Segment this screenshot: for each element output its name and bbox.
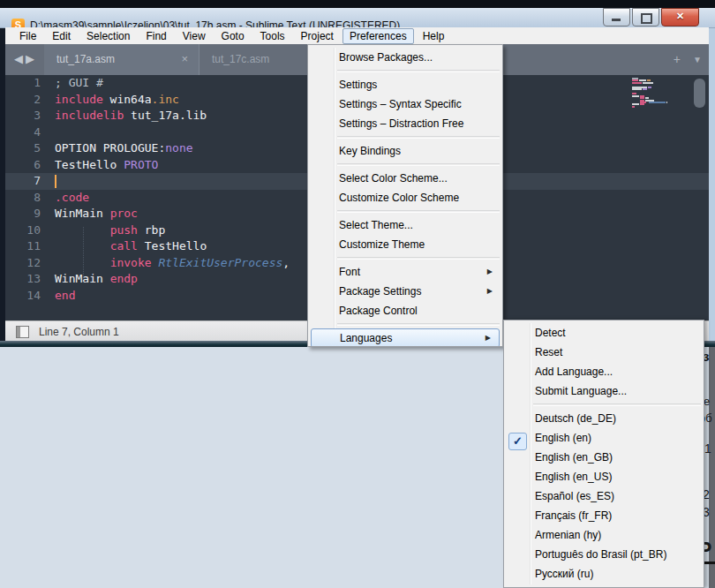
window-top-border — [0, 0, 715, 8]
menu-item-browse-packages[interactable]: Browse Packages... — [310, 48, 500, 67]
menu-item-label: Reset — [535, 346, 562, 358]
menu-item-label: Font — [339, 266, 360, 278]
menu-item-label: Key Bindings — [339, 145, 401, 157]
code-token: TestHello — [55, 158, 124, 171]
menu-item-key-bindings[interactable]: Key Bindings — [310, 141, 500, 161]
menu-item-settings-syntax-specific[interactable]: Settings – Syntax Specific — [310, 94, 500, 114]
code-token: tut_17a.lib — [124, 109, 207, 122]
menu-item-label: Detect — [535, 327, 566, 339]
menubar-item-project[interactable]: Project — [294, 28, 341, 44]
menu-separator — [337, 257, 500, 260]
menu-item-detect[interactable]: Detect — [506, 323, 702, 343]
code-token: PROTO — [124, 158, 158, 171]
menubar-item-goto[interactable]: Goto — [214, 28, 252, 44]
code-token: proc — [110, 207, 138, 220]
maximize-icon — [641, 13, 652, 24]
menubar-item-find[interactable]: Find — [139, 28, 173, 44]
text-cursor — [55, 175, 56, 188]
preferences-menu: Browse Packages...SettingsSettings – Syn… — [307, 44, 503, 347]
back-arrow-icon[interactable]: ◀ — [14, 52, 26, 65]
menu-item-font[interactable]: Font▶ — [310, 262, 500, 282]
menu-item-label: Add Language... — [535, 366, 613, 378]
tab-tut_17a[interactable]: tut_17a.asm × — [44, 44, 199, 75]
menu-item-ru[interactable]: Русский (ru) — [506, 564, 702, 584]
menu-item-settings-distraction-free[interactable]: Settings – Distraction Free — [310, 114, 500, 133]
menu-item-add-language[interactable]: Add Language... — [506, 362, 702, 381]
menu-separator — [337, 70, 500, 72]
line-number: 7 — [5, 173, 55, 190]
code-token: invoke — [110, 256, 152, 269]
new-tab-icon[interactable]: + — [674, 52, 681, 66]
menu-item-select-theme[interactable]: Select Theme... — [310, 215, 500, 235]
menu-item-submit-language[interactable]: Submit Language... — [506, 381, 702, 401]
minimize-button[interactable] — [603, 8, 630, 26]
close-icon: ✕ — [662, 11, 698, 22]
status-panel-icon[interactable] — [16, 326, 29, 338]
menu-item-espa-ol-es-es[interactable]: Español (es_ES) — [506, 486, 702, 506]
menu-item-label: Armenian (hy) — [535, 529, 601, 541]
line-number: 3 — [5, 108, 55, 124]
languages-submenu: DetectResetAdd Language...Submit Languag… — [503, 320, 704, 588]
menubar-item-tools[interactable]: Tools — [253, 28, 292, 44]
menu-item-package-settings[interactable]: Package Settings▶ — [310, 282, 500, 301]
menu-item-svenska-sv-se[interactable]: Svenska (sv_SE) — [506, 584, 702, 588]
menu-item-customize-theme[interactable]: Customize Theme — [310, 235, 500, 254]
tab-history-arrows[interactable]: ◀▶ — [14, 52, 37, 65]
code-token — [55, 223, 110, 237]
menu-item-label: Português do Brasil (pt_BR) — [535, 548, 666, 561]
line-number: 1 — [5, 75, 55, 92]
menubar-item-preferences[interactable]: Preferences — [342, 28, 414, 44]
line-number: 14 — [5, 288, 55, 305]
line-number: 9 — [5, 206, 55, 222]
menubar-item-edit[interactable]: Edit — [45, 28, 78, 44]
tab-close-icon[interactable]: × — [181, 52, 188, 65]
menu-item-armenian-hy[interactable]: Armenian (hy) — [506, 525, 702, 545]
code-token: , — [282, 256, 290, 269]
menu-separator — [337, 210, 500, 213]
forward-arrow-icon[interactable]: ▶ — [26, 52, 37, 65]
line-number: 13 — [5, 271, 55, 288]
close-button[interactable]: ✕ — [661, 8, 699, 26]
code-token — [55, 239, 110, 253]
menu-item-portugu-s-do-brasil-pt-br[interactable]: Português do Brasil (pt_BR) — [506, 545, 702, 564]
line-number: 8 — [5, 190, 55, 207]
menu-item-label: Settings — [339, 79, 377, 91]
tab-tut_17c[interactable]: tut_17c.asm — [199, 44, 298, 75]
submenu-arrow-icon: ▶ — [487, 262, 493, 282]
background-text-fragment: е — [704, 395, 710, 408]
code-token: rbp — [138, 223, 165, 237]
menu-item-label: Select Color Scheme... — [339, 172, 448, 185]
code-token: RtlExitUserProcess — [158, 256, 282, 269]
submenu-arrow-icon: ▶ — [485, 329, 491, 347]
tab-overflow-icon[interactable]: ▼ — [693, 55, 702, 64]
menu-item-languages[interactable]: Languages▶ — [311, 328, 500, 347]
menu-item-fran-ais-fr-fr[interactable]: Français (fr_FR) — [506, 506, 702, 525]
menubar-item-selection[interactable]: Selection — [79, 28, 137, 44]
menu-item-package-control[interactable]: Package Control — [310, 301, 500, 320]
caret-position: Line 7, Column 1 — [39, 326, 119, 338]
menu-item-english-en-us[interactable]: English (en_US) — [506, 467, 702, 486]
menu-bar: FileEditSelectionFindViewGotoToolsProjec… — [5, 27, 709, 44]
submenu-arrow-icon: ▶ — [487, 282, 493, 301]
menu-item-label: English (en_GB) — [535, 451, 613, 464]
menu-item-deutsch-de-de[interactable]: Deutsch (de_DE) — [506, 409, 702, 428]
menu-item-customize-color-scheme[interactable]: Customize Color Scheme — [310, 188, 500, 207]
menu-item-settings[interactable]: Settings — [310, 75, 500, 94]
maximize-button[interactable] — [632, 8, 659, 26]
menu-item-label: English (en_US) — [535, 471, 612, 483]
menu-item-label: Package Settings — [339, 285, 421, 298]
menu-item-label: Submit Language... — [535, 385, 627, 397]
menubar-item-view[interactable]: View — [176, 28, 213, 44]
menu-item-label: English (en)✓ — [535, 432, 591, 444]
menu-item-select-color-scheme[interactable]: Select Color Scheme... — [310, 169, 500, 188]
menu-item-english-en-gb[interactable]: English (en_GB) — [506, 448, 702, 467]
menu-item-reset[interactable]: Reset — [506, 343, 702, 362]
menubar-item-file[interactable]: File — [12, 28, 43, 44]
code-token: ; GUI # — [55, 76, 103, 89]
menu-item-english-en[interactable]: English (en)✓ — [506, 428, 702, 448]
menubar-item-help[interactable]: Help — [416, 28, 452, 44]
menu-separator — [533, 403, 701, 406]
line-number: 5 — [5, 140, 55, 157]
line-number: 4 — [5, 124, 55, 141]
menu-separator — [337, 323, 500, 326]
